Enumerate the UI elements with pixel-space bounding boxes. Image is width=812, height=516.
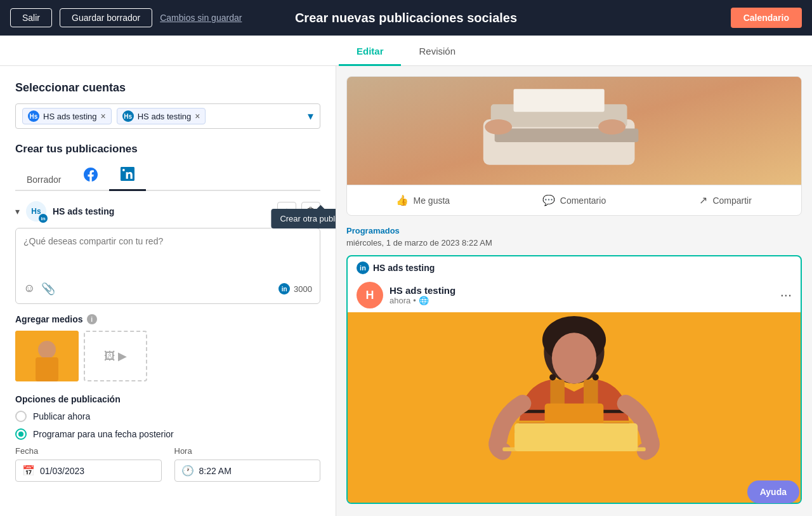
comment-action[interactable]: 💬 Comentario: [499, 190, 650, 210]
li-avatar: H: [357, 282, 383, 308]
tab-editar[interactable]: Editar: [339, 38, 402, 66]
emoji-icon[interactable]: ☺: [23, 282, 35, 296]
preview-top-card: 👍 Me gusta 💬 Comentario ↗ Compartir: [346, 76, 802, 216]
svg-point-13: [552, 333, 596, 383]
fecha-value: 01/03/2023: [40, 466, 84, 476]
guardar-borrador-button[interactable]: Guardar borrador: [60, 8, 152, 27]
clock-icon: 🕐: [181, 465, 194, 477]
account-dropdown-arrow[interactable]: ▾: [308, 109, 313, 123]
salir-button[interactable]: Salir: [10, 8, 52, 27]
account-tag-1-label: HS ads testing: [43, 112, 97, 121]
account-tag-2-label: HS ads testing: [138, 112, 192, 121]
fecha-input[interactable]: 📅 01/03/2023: [15, 460, 162, 482]
svg-rect-2: [36, 357, 58, 381]
account-row-left: ▾ Hs in HS ads testing: [15, 201, 114, 222]
share-icon: ↗: [699, 194, 707, 206]
programados-label: Programados: [346, 226, 802, 235]
radio-schedule-circle[interactable]: [15, 428, 27, 440]
account-section-name: HS ads testing: [53, 206, 114, 216]
hora-value: 8:22 AM: [199, 466, 232, 476]
attachment-icon[interactable]: 📎: [41, 282, 55, 296]
share-action[interactable]: ↗ Compartir: [650, 190, 801, 210]
account-tag-2-close[interactable]: ×: [195, 111, 200, 121]
fecha-hora-row: Fecha 📅 01/03/2023 Hora 🕐 8:22 AM: [15, 446, 320, 482]
fecha-group: Fecha 📅 01/03/2023: [15, 446, 162, 482]
pub-options-title: Opciones de publicación: [15, 394, 320, 404]
svg-rect-7: [514, 89, 605, 112]
programados-date: miércoles, 1 de marzo de 2023 8:22 AM: [346, 238, 802, 248]
right-panel: 👍 Me gusta 💬 Comentario ↗ Compartir Prog…: [336, 66, 812, 516]
li-more-icon[interactable]: ···: [780, 287, 792, 303]
radio-publish-now[interactable]: Publicar ahora: [15, 411, 320, 422]
li-network-badge: in: [357, 261, 369, 274]
char-count: in 3000: [278, 283, 312, 294]
media-info-icon[interactable]: i: [87, 314, 97, 324]
globe-icon: 🌐: [419, 296, 429, 305]
comment-icon: 💬: [542, 194, 555, 206]
li-card-account: H HS ads testing ahora • 🌐: [357, 282, 455, 308]
facebook-icon: Hs: [28, 110, 39, 122]
li-header-row: in HS ads testing: [348, 256, 801, 274]
svg-point-1: [38, 341, 56, 359]
create-pubs-title: Crear tus publicaciones: [15, 143, 320, 155]
like-action[interactable]: 👍 Me gusta: [347, 190, 499, 210]
preview-image-top: [347, 77, 801, 185]
cambios-link[interactable]: Cambios sin guardar: [160, 13, 242, 23]
pub-tab-borrador[interactable]: Borrador: [15, 169, 72, 190]
linkedin-badge-avatar: in: [39, 214, 48, 223]
image-icon: 🖼: [104, 350, 115, 363]
account-chevron[interactable]: ▾: [15, 206, 20, 216]
account-selector[interactable]: Hs HS ads testing × Hs HS ads testing × …: [15, 103, 320, 129]
select-accounts-title: Seleccionar cuentas: [15, 81, 320, 95]
li-card-header: H HS ads testing ahora • 🌐 ···: [348, 274, 801, 312]
svg-rect-18: [514, 423, 638, 451]
char-count-value: 3000: [294, 284, 312, 294]
account-avatar: Hs in: [26, 201, 46, 222]
tab-revision[interactable]: Revisión: [401, 38, 473, 66]
hora-label: Hora: [174, 446, 321, 456]
svg-point-20: [593, 374, 599, 380]
tab-bar: Editar Revisión: [0, 36, 812, 66]
fecha-label: Fecha: [15, 446, 162, 456]
media-section-title: Agregar medios i: [15, 314, 320, 324]
preview-actions: 👍 Me gusta 💬 Comentario ↗ Compartir: [347, 185, 801, 215]
share-label: Compartir: [712, 195, 751, 206]
li-account-info: HS ads testing ahora • 🌐: [390, 285, 455, 305]
radio-publish-now-label: Publicar ahora: [33, 411, 90, 421]
post-icons: ☺ 📎: [23, 282, 55, 296]
video-icon: ▶: [118, 349, 127, 363]
media-grid: 🖼 ▶: [15, 331, 320, 381]
li-header-name: HS ads testing: [373, 263, 435, 273]
post-area: ☺ 📎 in 3000: [15, 228, 320, 304]
like-label: Me gusta: [414, 195, 450, 206]
linkedin-icon-tag: Hs: [122, 110, 134, 122]
pub-tab-linkedin[interactable]: [109, 162, 146, 191]
svg-point-19: [549, 374, 556, 380]
pub-tab-facebook[interactable]: [72, 162, 109, 190]
media-add-image[interactable]: 🖼 ▶: [84, 331, 147, 381]
account-tag-2[interactable]: Hs HS ads testing ×: [117, 108, 206, 124]
ayuda-button[interactable]: Ayuda: [747, 480, 799, 503]
radio-publish-now-circle[interactable]: [15, 411, 27, 422]
linkedin-char-badge: in: [278, 283, 290, 294]
top-nav: Salir Guardar borrador Cambios sin guard…: [0, 0, 812, 36]
linkedin-preview-card: in HS ads testing H HS ads testing ahora…: [346, 255, 802, 504]
post-toolbar: ☺ 📎 in 3000: [23, 282, 312, 296]
calendario-button[interactable]: Calendario: [731, 8, 802, 28]
li-account-name: HS ads testing: [390, 285, 455, 296]
pub-tabs: Borrador Crear otra publicación: [15, 162, 320, 191]
left-panel: Seleccionar cuentas Hs HS ads testing × …: [0, 66, 336, 516]
account-tag-1[interactable]: Hs HS ads testing ×: [22, 108, 112, 124]
radio-schedule-label: Programar para una fecha posterior: [33, 429, 174, 439]
svg-point-8: [485, 119, 512, 135]
dot-separator: •: [413, 296, 416, 305]
radio-schedule[interactable]: Programar para una fecha posterior: [15, 428, 320, 440]
svg-point-9: [598, 119, 625, 135]
hora-group: Hora 🕐 8:22 AM: [174, 446, 321, 482]
account-tag-1-close[interactable]: ×: [101, 111, 106, 121]
media-thumb-1[interactable]: [15, 331, 79, 381]
post-textarea[interactable]: [23, 236, 312, 274]
page-title: Crear nuevas publicaciones sociales: [295, 11, 517, 25]
main-content: Seleccionar cuentas Hs HS ads testing × …: [0, 66, 812, 516]
hora-input[interactable]: 🕐 8:22 AM: [174, 460, 321, 482]
